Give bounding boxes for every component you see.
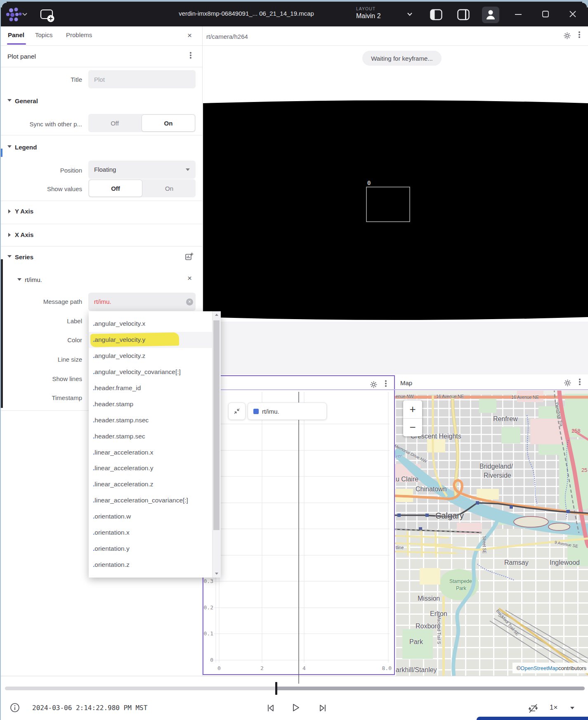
dropdown-scrollbar-thumb[interactable] bbox=[213, 320, 220, 530]
tab-panel[interactable]: Panel bbox=[8, 31, 24, 38]
close-window-button[interactable] bbox=[568, 9, 578, 19]
suggestion-text: orientation.y bbox=[94, 545, 129, 552]
minimize-button[interactable] bbox=[513, 9, 523, 19]
sync-on-option[interactable]: On bbox=[142, 114, 195, 132]
map-place-label: Renfrew bbox=[493, 415, 518, 423]
remove-series-icon[interactable]: × bbox=[187, 275, 192, 282]
sync-off-option[interactable]: Off bbox=[88, 114, 141, 132]
map-place-label: Street SE bbox=[482, 536, 486, 554]
map-place-label: Park bbox=[456, 585, 466, 591]
dropdown-scrollbar[interactable] bbox=[212, 311, 221, 578]
message-path-suggestion[interactable]: .orientation.w bbox=[89, 509, 213, 525]
plot-legend[interactable]: rt/imu. bbox=[248, 403, 327, 420]
message-path-suggestion[interactable]: .orientation.z bbox=[89, 557, 213, 573]
camera-kebab-icon[interactable] bbox=[579, 31, 580, 38]
layout-chevron-icon[interactable] bbox=[407, 12, 413, 16]
map-zoom-in-button[interactable]: + bbox=[403, 400, 422, 419]
general-section-chevron-icon bbox=[7, 99, 12, 102]
map-kebab-icon[interactable] bbox=[579, 379, 581, 385]
message-path-suggestion[interactable]: .linear_acceleration.y bbox=[89, 460, 213, 476]
tab-problems[interactable]: Problems bbox=[66, 31, 92, 38]
right-sidebar-toggle-icon[interactable] bbox=[457, 9, 470, 20]
maximize-button[interactable] bbox=[541, 9, 550, 19]
message-path-suggestion[interactable]: .linear_acceleration.x bbox=[89, 444, 213, 460]
show-values-on-option[interactable]: On bbox=[143, 179, 196, 197]
app-menu-chevron-icon[interactable] bbox=[22, 13, 27, 16]
speed-caret-icon[interactable] bbox=[570, 707, 574, 709]
map-place-label: Mission bbox=[418, 595, 440, 602]
message-path-suggestion[interactable]: .header.stamp bbox=[89, 396, 213, 412]
panel-settings-title: Plot panel bbox=[7, 53, 36, 60]
tab-topics[interactable]: Topics bbox=[35, 31, 53, 38]
plot-legend-collapse-button[interactable] bbox=[228, 403, 246, 420]
sidebar-close-icon[interactable]: × bbox=[187, 32, 192, 39]
message-path-suggestion[interactable]: .orientation.x bbox=[89, 525, 213, 541]
playback-timestamp: 2024-03-06 2:14:22.980 PM MST bbox=[32, 704, 147, 712]
sync-label: Sync with other p... bbox=[1, 121, 82, 128]
message-path-input[interactable]: rt/imu. bbox=[88, 293, 196, 311]
x-axis-chevron-icon bbox=[8, 233, 11, 237]
scrubber-track-played[interactable] bbox=[5, 687, 276, 690]
message-path-suggestions: .angular_velocity.x.angular_velocity.y.a… bbox=[89, 311, 213, 578]
add-series-icon[interactable] bbox=[185, 252, 194, 261]
show-values-off-option[interactable]: Off bbox=[89, 180, 142, 197]
series-line-size-label: Line size bbox=[1, 356, 82, 363]
series-label-label: Label bbox=[1, 317, 82, 324]
message-path-suggestion[interactable]: .angular_velocity.x bbox=[89, 316, 213, 332]
message-path-suggestion[interactable]: .linear_acceleration.z bbox=[89, 476, 213, 493]
left-sidebar-toggle-icon[interactable] bbox=[430, 9, 442, 20]
suggestion-text: header.stamp bbox=[94, 400, 133, 408]
clear-message-path-icon[interactable]: × bbox=[186, 298, 193, 306]
map-attribution: © OpenStreetMap contributors bbox=[512, 663, 588, 673]
layout-name[interactable]: Maivin 2 bbox=[356, 12, 381, 20]
window-corner bbox=[582, 2, 588, 7]
suggestion-text: header.stamp.sec bbox=[94, 433, 145, 440]
app-logo-icon[interactable] bbox=[6, 7, 22, 22]
series-item-name[interactable]: rt/imu. bbox=[25, 276, 42, 283]
info-icon[interactable] bbox=[10, 703, 20, 713]
map-place-label: Inglewood bbox=[550, 559, 580, 566]
plot-title-input[interactable] bbox=[88, 70, 196, 88]
account-button[interactable] bbox=[482, 7, 499, 23]
camera-settings-gear-icon[interactable] bbox=[564, 32, 571, 39]
y-axis-section-header[interactable]: Y Axis bbox=[15, 208, 33, 215]
scroll-up-icon[interactable] bbox=[215, 314, 218, 316]
person-icon bbox=[486, 9, 495, 20]
message-path-suggestion[interactable]: .header.stamp.nsec bbox=[89, 412, 213, 428]
seek-forward-button[interactable] bbox=[318, 703, 328, 713]
camera-panel-letterbox bbox=[203, 322, 588, 374]
playback-speed-button[interactable]: 1× bbox=[550, 703, 557, 712]
play-button[interactable] bbox=[290, 702, 301, 713]
scrubber-track-remaining[interactable] bbox=[276, 687, 585, 690]
plot-grid bbox=[203, 376, 396, 686]
legend-position-select[interactable]: Floating bbox=[88, 161, 196, 179]
seek-backward-button[interactable] bbox=[265, 703, 276, 713]
message-path-suggestion[interactable]: .linear_acceleration_covariance[:] bbox=[89, 493, 213, 509]
scroll-down-icon[interactable] bbox=[215, 573, 218, 575]
message-path-suggestion[interactable]: .header.stamp.sec bbox=[89, 428, 213, 444]
map-zoom-out-button[interactable]: − bbox=[403, 419, 422, 436]
message-path-suggestion[interactable]: .angular_velocity.y bbox=[89, 332, 213, 348]
background-window-sliver bbox=[1, 259, 3, 408]
message-path-suggestion[interactable]: .header.frame_id bbox=[89, 380, 213, 396]
y-tick-label: 0 bbox=[210, 657, 213, 663]
desktop-backdrop-top bbox=[0, 0, 588, 2]
message-path-suggestion[interactable]: .angular_velocity_covariance[:] bbox=[89, 364, 213, 380]
message-path-suggestion[interactable]: .orientation.y bbox=[89, 540, 213, 557]
plot-panel[interactable]: 0.30.20.10 0248.0 rt/imu. bbox=[203, 375, 395, 675]
message-path-suggestion[interactable]: .angular_velocity.z bbox=[89, 348, 213, 364]
x-axis-section-header[interactable]: X Axis bbox=[15, 231, 33, 238]
map-canvas[interactable]: enue NW16 Avenue NE16 Avenue NEDeerfoot … bbox=[395, 391, 588, 676]
panel-settings-kebab-icon[interactable] bbox=[190, 52, 191, 59]
general-section-header[interactable]: General bbox=[15, 97, 38, 104]
attribution-osm-link[interactable]: OpenStreetMap bbox=[520, 665, 558, 671]
legend-section-header[interactable]: Legend bbox=[15, 144, 37, 151]
series-item-chevron-icon bbox=[17, 278, 21, 281]
series-section-header[interactable]: Series bbox=[15, 253, 33, 261]
background-window-edge bbox=[477, 717, 588, 720]
map-settings-gear-icon[interactable] bbox=[564, 379, 571, 386]
attribution-prefix: © bbox=[517, 665, 521, 671]
add-panel-icon[interactable] bbox=[40, 9, 56, 22]
loop-off-icon[interactable] bbox=[528, 703, 538, 714]
map-place-label: u Claire bbox=[396, 476, 418, 483]
